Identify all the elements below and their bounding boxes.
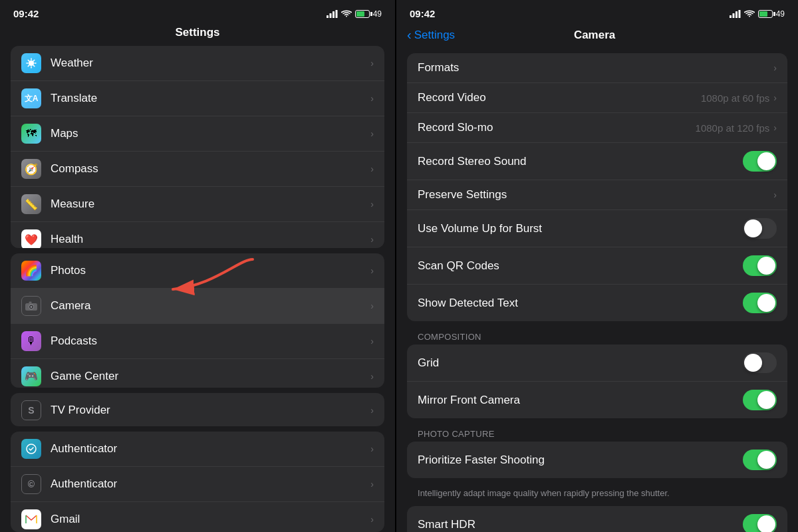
camera-row-grid[interactable]: Grid bbox=[407, 344, 787, 382]
settings-title-bar: Settings bbox=[0, 23, 395, 46]
photos-icon: 🌈 bbox=[21, 261, 41, 281]
settings-group-1: Weather › 文A Translate › 🗺 Maps › 🧭 bbox=[11, 46, 384, 248]
auth2-chevron: › bbox=[370, 479, 374, 489]
smart-hdr-group: Smart HDR bbox=[407, 506, 787, 532]
battery-fill-right bbox=[759, 11, 768, 17]
settings-row-health[interactable]: ❤️ Health › bbox=[11, 222, 384, 248]
settings-row-podcasts[interactable]: 🎙 Podcasts › bbox=[11, 324, 384, 359]
back-chevron-icon: ‹ bbox=[407, 27, 412, 43]
record-stereo-toggle[interactable] bbox=[743, 151, 777, 172]
grid-toggle[interactable] bbox=[743, 352, 777, 373]
camera-settings-scroll[interactable]: Formats › Record Video 1080p at 60 fps ›… bbox=[396, 48, 798, 532]
gmail-label: Gmail bbox=[51, 513, 370, 526]
settings-title: Settings bbox=[175, 26, 219, 39]
gmail-icon bbox=[21, 509, 41, 529]
compass-chevron: › bbox=[370, 164, 374, 174]
settings-group-2: 🌈 Photos › Camera › bbox=[11, 253, 384, 388]
preserve-chevron: › bbox=[773, 190, 777, 200]
camera-row-preserve[interactable]: Preserve Settings › bbox=[407, 180, 787, 210]
settings-row-gmail[interactable]: Gmail › bbox=[11, 502, 384, 532]
camera-row-prioritize[interactable]: Prioritize Faster Shooting bbox=[407, 442, 787, 478]
health-chevron: › bbox=[370, 234, 374, 245]
photos-label: Photos bbox=[51, 264, 370, 277]
use-volume-label: Use Volume Up for Burst bbox=[418, 222, 743, 235]
camera-row-mirror[interactable]: Mirror Front Camera bbox=[407, 382, 787, 418]
gmail-chevron: › bbox=[370, 514, 374, 525]
status-icons-left: 49 bbox=[327, 9, 382, 19]
podcasts-chevron: › bbox=[370, 336, 374, 346]
settings-row-auth1[interactable]: Authenticator › bbox=[11, 432, 384, 467]
camera-row-record-video[interactable]: Record Video 1080p at 60 fps › bbox=[407, 83, 787, 113]
health-label: Health bbox=[51, 233, 370, 246]
svg-rect-1 bbox=[329, 13, 331, 18]
camera-main-group: Formats › Record Video 1080p at 60 fps ›… bbox=[407, 53, 787, 321]
settings-row-camera[interactable]: Camera › bbox=[11, 289, 384, 324]
mirror-front-label: Mirror Front Camera bbox=[418, 394, 743, 407]
record-slomo-label: Record Slo-mo bbox=[418, 121, 696, 134]
camera-row-record-stereo[interactable]: Record Stereo Sound bbox=[407, 143, 787, 180]
smart-hdr-toggle[interactable] bbox=[743, 514, 777, 532]
photo-capture-header: PHOTO CAPTURE bbox=[407, 425, 787, 442]
auth2-label: Authenticator bbox=[51, 477, 370, 491]
photos-chevron: › bbox=[370, 265, 374, 276]
use-volume-toggle[interactable] bbox=[743, 218, 777, 239]
record-slomo-value: 1080p at 120 fps bbox=[696, 122, 770, 134]
svg-rect-12 bbox=[730, 15, 732, 18]
mirror-front-toggle[interactable] bbox=[743, 390, 777, 410]
settings-row-compass[interactable]: 🧭 Compass › bbox=[11, 152, 384, 187]
prioritize-toggle[interactable] bbox=[743, 450, 777, 470]
settings-row-maps[interactable]: 🗺 Maps › bbox=[11, 116, 384, 152]
measure-label: Measure bbox=[51, 198, 370, 211]
formats-label: Formats bbox=[418, 61, 773, 74]
smart-hdr-label: Smart HDR bbox=[418, 518, 743, 531]
battery-pct-right: 49 bbox=[776, 9, 785, 19]
left-phone: 09:42 49 Settings bbox=[0, 0, 395, 532]
svg-rect-3 bbox=[335, 10, 337, 18]
svg-point-7 bbox=[31, 306, 33, 308]
tvprovider-icon: S bbox=[21, 400, 41, 420]
camera-chevron: › bbox=[370, 301, 374, 311]
settings-row-photos[interactable]: 🌈 Photos › bbox=[11, 253, 384, 289]
maps-icon: 🗺 bbox=[21, 124, 41, 144]
signal-icon-right bbox=[730, 10, 741, 18]
back-button[interactable]: ‹ Settings bbox=[407, 27, 455, 43]
settings-row-auth2[interactable]: © Authenticator › bbox=[11, 467, 384, 502]
settings-row-gamecenter[interactable]: 🎮 Game Center › bbox=[11, 359, 384, 388]
camera-row-smart-hdr[interactable]: Smart HDR bbox=[407, 506, 787, 532]
photo-capture-group: Prioritize Faster Shooting bbox=[407, 442, 787, 478]
camera-row-formats[interactable]: Formats › bbox=[407, 53, 787, 83]
camera-row-record-slomo[interactable]: Record Slo-mo 1080p at 120 fps › bbox=[407, 113, 787, 143]
scan-qr-label: Scan QR Codes bbox=[418, 259, 743, 273]
settings-row-tvprovider[interactable]: S TV Provider › bbox=[11, 393, 384, 426]
podcasts-label: Podcasts bbox=[51, 334, 370, 348]
record-slomo-chevron: › bbox=[773, 122, 777, 133]
health-icon: ❤️ bbox=[21, 229, 41, 248]
maps-chevron: › bbox=[370, 128, 374, 139]
weather-chevron: › bbox=[370, 58, 374, 68]
battery-pct-left: 49 bbox=[373, 9, 382, 19]
settings-row-measure[interactable]: 📏 Measure › bbox=[11, 187, 384, 222]
signal-icon-left bbox=[327, 10, 338, 18]
auth1-icon bbox=[21, 439, 41, 459]
show-detected-toggle[interactable] bbox=[743, 293, 777, 313]
tvprovider-label: TV Provider bbox=[51, 404, 370, 417]
settings-row-weather[interactable]: Weather › bbox=[11, 46, 384, 81]
auth2-icon: © bbox=[21, 474, 41, 494]
settings-row-translate[interactable]: 文A Translate › bbox=[11, 81, 384, 116]
translate-chevron: › bbox=[370, 93, 374, 104]
wifi-icon-right bbox=[744, 10, 755, 18]
camera-label: Camera bbox=[51, 299, 370, 313]
measure-chevron: › bbox=[370, 199, 374, 209]
translate-icon: 文A bbox=[21, 88, 41, 108]
prioritize-label: Prioritize Faster Shooting bbox=[418, 454, 743, 467]
composition-header: COMPOSITION bbox=[407, 328, 787, 344]
battery-icon-left bbox=[355, 10, 370, 18]
svg-rect-15 bbox=[738, 10, 740, 18]
camera-row-scan-qr[interactable]: Scan QR Codes bbox=[407, 247, 787, 285]
scan-qr-toggle[interactable] bbox=[743, 255, 777, 276]
camera-row-show-detected[interactable]: Show Detected Text bbox=[407, 285, 787, 321]
status-icons-right: 49 bbox=[730, 9, 785, 19]
gamecenter-label: Game Center bbox=[51, 370, 370, 383]
translate-label: Translate bbox=[51, 92, 370, 105]
camera-row-use-volume[interactable]: Use Volume Up for Burst bbox=[407, 210, 787, 247]
